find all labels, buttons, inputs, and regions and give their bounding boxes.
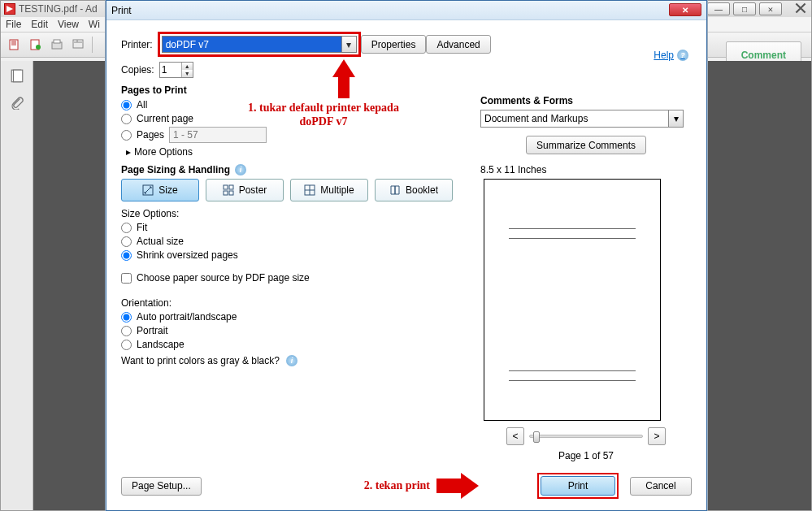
menu-edit[interactable]: Edit [31, 19, 48, 30]
menu-window[interactable]: Wi [89, 19, 100, 30]
more-options-toggle[interactable]: ▸ More Options [126, 146, 462, 158]
slider-thumb[interactable] [533, 431, 540, 443]
copies-value: 1 [162, 64, 167, 76]
help-icon: ? [677, 50, 688, 61]
toolbar-separator [92, 37, 93, 53]
radio-portrait[interactable]: Portrait [121, 325, 462, 336]
annotation-text-1: 1. tukar default printer kepada doPDF v7 [246, 102, 401, 129]
booklet-icon [389, 184, 401, 196]
dialog-title: Print [111, 5, 132, 16]
printer-dropdown[interactable]: doPDF v7 ▾ [162, 36, 357, 53]
minimize-button[interactable]: — [707, 2, 730, 15]
svg-point-2 [36, 45, 41, 50]
radio-shrink[interactable]: Shrink oversized pages [121, 249, 462, 261]
close-button[interactable]: ⨉ [759, 2, 782, 15]
comments-forms-title: Comments & Forms [480, 95, 692, 106]
comments-forms-dropdown[interactable]: Document and Markups ▾ [480, 110, 684, 128]
copies-label: Copies: [121, 64, 154, 76]
annotation-text-2: 2. tekan print [364, 479, 430, 492]
preview-dimensions: 8.5 x 11 Inches [480, 164, 692, 175]
page-slider[interactable] [529, 435, 643, 438]
annotation-arrow-1 [332, 59, 355, 98]
menu-view[interactable]: View [58, 19, 79, 30]
side-strip [1, 61, 33, 510]
pdf-icon [4, 3, 15, 15]
radio-fit[interactable]: Fit [121, 222, 462, 233]
parent-window-controls: — □ ⨉ [707, 2, 806, 15]
page-setup-button[interactable]: Page Setup... [121, 477, 202, 496]
svg-rect-10 [229, 185, 233, 189]
svg-rect-9 [224, 185, 228, 189]
pages-input[interactable] [169, 127, 267, 143]
toolbar-icon-4[interactable] [69, 36, 87, 54]
print-dialog: Print ✕ Help ? Printer: doPDF v7 ▾ Prope… [106, 0, 707, 511]
svg-rect-11 [224, 191, 228, 195]
spin-down-icon[interactable]: ▼ [182, 70, 193, 77]
tab-booklet[interactable]: Booklet [375, 179, 453, 201]
printer-label: Printer: [121, 39, 153, 50]
help-link[interactable]: Help ? [654, 50, 688, 61]
copies-spinner[interactable]: 1 ▲▼ [159, 62, 193, 78]
info-icon[interactable]: i [235, 164, 246, 175]
poster-icon [223, 184, 234, 196]
dropdown-arrow-icon[interactable]: ▾ [668, 110, 683, 127]
orientation-label: Orientation: [121, 297, 462, 309]
radio-actual[interactable]: Actual size [121, 236, 462, 247]
size-icon [142, 184, 154, 196]
spin-up-icon[interactable]: ▲ [182, 63, 193, 70]
print-highlight-box: Print [537, 473, 619, 499]
svg-rect-12 [229, 191, 233, 195]
comments-forms-value: Document and Markups [484, 113, 588, 124]
parent-title: TESTING.pdf - Ad [19, 3, 98, 15]
annotation-arrow-2 [436, 473, 479, 499]
dialog-titlebar: Print [106, 1, 706, 20]
radio-auto-orient[interactable]: Auto portrait/landscape [121, 311, 462, 323]
prev-page-button[interactable]: < [506, 427, 524, 445]
cancel-button[interactable]: Cancel [630, 477, 692, 496]
maximize-button[interactable]: □ [733, 2, 756, 15]
attachment-icon[interactable] [10, 95, 24, 110]
dropdown-arrow-icon[interactable]: ▾ [341, 37, 356, 52]
summarize-comments-button[interactable]: Summarize Comments [526, 136, 646, 154]
sizing-title: Page Sizing & Handling i [121, 164, 462, 175]
properties-button[interactable]: Properties [361, 35, 427, 54]
panel-close-icon[interactable] [795, 2, 806, 14]
radio-landscape[interactable]: Landscape [121, 339, 462, 350]
svg-rect-7 [13, 70, 22, 82]
printer-highlight-box: doPDF v7 ▾ [158, 32, 361, 57]
pages-to-print-title: Pages to Print [121, 84, 462, 96]
dialog-close-button[interactable]: ✕ [669, 3, 701, 16]
tab-poster[interactable]: Poster [206, 179, 284, 201]
print-preview [484, 179, 661, 421]
toolbar-icon-3[interactable] [48, 36, 66, 54]
menu-file[interactable]: File [6, 19, 21, 30]
advanced-button[interactable]: Advanced [426, 35, 490, 54]
svg-rect-5 [73, 40, 83, 48]
size-options-label: Size Options: [121, 208, 462, 219]
print-button[interactable]: Print [541, 476, 615, 496]
toolbar-icon-1[interactable] [6, 36, 24, 54]
sizing-tabs: Size Poster Multiple Booklet [121, 179, 462, 201]
printer-value: doPDF v7 [166, 39, 209, 50]
svg-rect-4 [54, 40, 60, 43]
radio-pages[interactable]: Pages [121, 127, 462, 143]
multiple-icon [304, 184, 315, 196]
toolbar-icon-2[interactable] [27, 36, 45, 54]
next-page-button[interactable]: > [648, 427, 666, 445]
thumbnails-icon[interactable] [10, 69, 24, 84]
tab-size[interactable]: Size [121, 179, 199, 201]
tab-multiple[interactable]: Multiple [290, 179, 368, 201]
gray-question: Want to print colors as gray & black? [121, 355, 280, 366]
check-paper-source[interactable]: Choose paper source by PDF page size [121, 272, 462, 284]
page-indicator: Page 1 of 57 [480, 450, 692, 461]
info-icon[interactable]: i [286, 355, 297, 366]
chevron-right-icon: ▸ [126, 146, 131, 158]
